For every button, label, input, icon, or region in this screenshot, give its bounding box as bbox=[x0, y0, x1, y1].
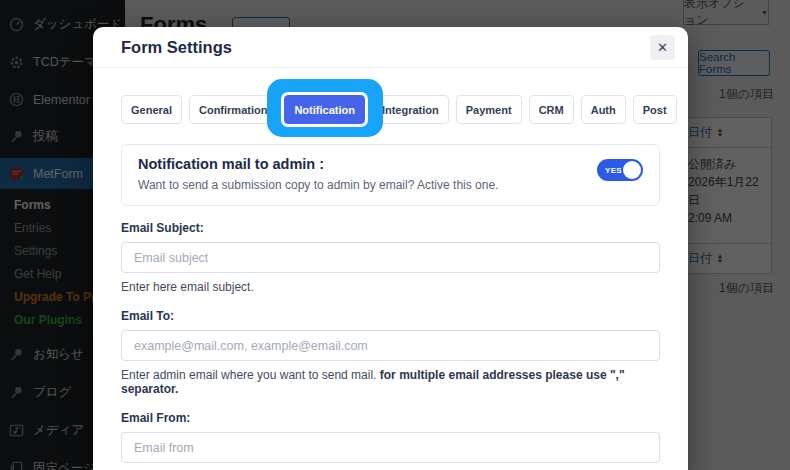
modal-title: Form Settings bbox=[121, 38, 232, 57]
notification-mail-card: Notification mail to admin : Want to sen… bbox=[121, 144, 660, 206]
email-subject-help: Enter here email subject. bbox=[121, 280, 660, 294]
email-from-group: Email From: Enter the email by which you… bbox=[121, 411, 660, 470]
email-to-group: Email To: Enter admin email where you wa… bbox=[121, 309, 660, 396]
settings-tabs: General Confirmation Notification Integr… bbox=[121, 95, 660, 124]
tab-auth[interactable]: Auth bbox=[581, 95, 626, 124]
close-icon: ✕ bbox=[657, 40, 668, 55]
tab-general[interactable]: General bbox=[121, 95, 182, 124]
email-to-help-text: Enter admin email where you want to send… bbox=[121, 368, 380, 382]
toggle-yes-label: YES bbox=[605, 166, 622, 175]
email-from-label: Email From: bbox=[121, 411, 660, 425]
tab-payment[interactable]: Payment bbox=[456, 95, 522, 124]
modal-header: Form Settings ✕ bbox=[93, 27, 688, 68]
tab-integration[interactable]: Integration bbox=[372, 95, 449, 124]
email-to-label: Email To: bbox=[121, 309, 660, 323]
notification-mail-texts: Notification mail to admin : Want to sen… bbox=[138, 156, 498, 192]
toggle-knob bbox=[623, 161, 641, 179]
notification-mail-title: Notification mail to admin : bbox=[138, 156, 498, 172]
notification-mail-description: Want to send a submission copy to admin … bbox=[138, 178, 498, 192]
email-to-help: Enter admin email where you want to send… bbox=[121, 368, 660, 396]
email-subject-label: Email Subject: bbox=[121, 221, 660, 235]
form-settings-modal: Form Settings ✕ General Confirmation Not… bbox=[93, 27, 688, 470]
tab-crm[interactable]: CRM bbox=[529, 95, 574, 124]
tab-confirmation[interactable]: Confirmation bbox=[189, 95, 277, 124]
email-subject-input[interactable] bbox=[121, 242, 660, 273]
modal-body: General Confirmation Notification Integr… bbox=[93, 95, 688, 470]
email-to-input[interactable] bbox=[121, 330, 660, 361]
tab-post[interactable]: Post bbox=[633, 95, 677, 124]
notification-toggle[interactable]: YES bbox=[597, 159, 643, 181]
notification-tab-wrap: Notification bbox=[284, 95, 365, 124]
email-subject-group: Email Subject: Enter here email subject. bbox=[121, 221, 660, 294]
screen: ダッシュボード TCDテーマ Elementor 投稿 MetForm bbox=[0, 0, 790, 470]
email-from-input[interactable] bbox=[121, 432, 660, 463]
close-button[interactable]: ✕ bbox=[650, 35, 675, 60]
tab-notification[interactable]: Notification bbox=[284, 95, 365, 124]
